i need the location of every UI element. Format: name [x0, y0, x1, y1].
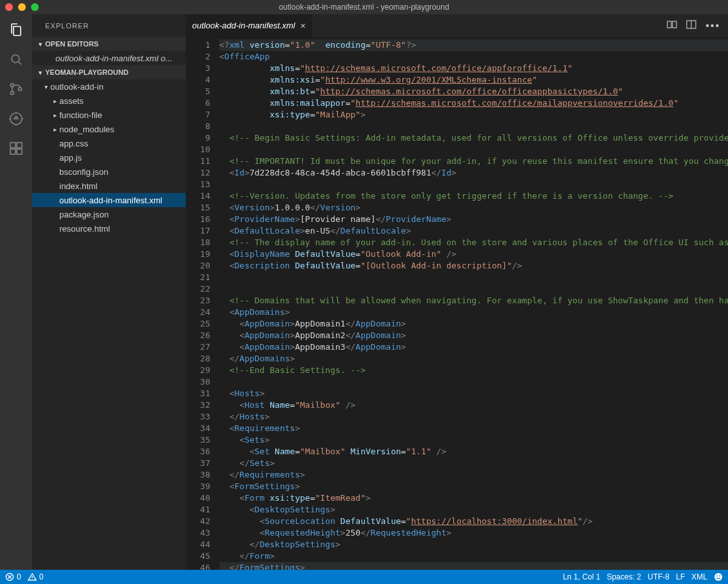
chevron-down-icon: ▾	[35, 41, 45, 48]
file-tree-item[interactable]: package.json	[32, 207, 186, 221]
close-icon[interactable]: ×	[300, 21, 306, 31]
file-tree-label: assets	[59, 96, 84, 106]
file-tree-item[interactable]: ▸assets	[32, 94, 186, 108]
code-line[interactable]: </FormSettings>	[219, 562, 728, 570]
open-editors-label: OPEN EDITORS	[45, 40, 99, 48]
sidebar: EXPLORER ▾ OPEN EDITORS outlook-add-in-m…	[32, 14, 186, 570]
feedback-icon[interactable]	[714, 572, 723, 581]
status-language[interactable]: XML	[691, 572, 707, 581]
code-line[interactable]	[219, 272, 728, 283]
file-tree-item[interactable]: ▸function-file	[32, 108, 186, 122]
line-number-gutter: 1234567891011121314151617181920212223242…	[186, 37, 219, 570]
code-line[interactable]: <Host Name="Mailbox" />	[219, 399, 728, 411]
code-line[interactable]: <Set Name="Mailbox" MinVersion="1.1" />	[219, 446, 728, 458]
code-line[interactable]: </Sets>	[219, 458, 728, 469]
code-line[interactable]: xmlns:xsi="http://www.w3.org/2001/XMLSch…	[219, 74, 728, 86]
code-line[interactable]	[219, 144, 728, 156]
code-line[interactable]: xsi:type="MailApp">	[219, 109, 728, 121]
code-line[interactable]: <!--End Basic Settings. -->	[219, 365, 728, 376]
code-line[interactable]: <!--Version. Updates from the store only…	[219, 190, 728, 202]
code-line[interactable]: <DefaultLocale>en-US</DefaultLocale>	[219, 225, 728, 237]
window-title: outlook-add-in-manifest.xml - yeoman-pla…	[0, 3, 728, 12]
code-line[interactable]: <Sets>	[219, 434, 728, 446]
status-eol[interactable]: LF	[676, 572, 685, 581]
code-line[interactable]: <AppDomain>AppDomain1</AppDomain>	[219, 318, 728, 330]
file-tree-item[interactable]: ▾outlook-add-in	[32, 79, 186, 94]
chevron-right-icon: ▸	[50, 97, 59, 105]
file-tree-item[interactable]: app.js	[32, 150, 186, 165]
code-line[interactable]: </AppDomains>	[219, 353, 728, 365]
svg-rect-11	[10, 149, 15, 154]
status-warnings[interactable]: 0	[28, 572, 44, 581]
code-line[interactable]: </Hosts>	[219, 411, 728, 423]
source-control-icon[interactable]	[7, 80, 25, 98]
code-line[interactable]: <Hosts>	[219, 388, 728, 399]
status-indent[interactable]: Spaces: 2	[607, 572, 641, 581]
code-line[interactable]: <AppDomains>	[219, 307, 728, 318]
code-line[interactable]: <DisplayName DefaultValue="Outlook Add-i…	[219, 248, 728, 260]
code-line[interactable]: <!-- Begin Basic Settings: Add-in metada…	[219, 132, 728, 144]
code-line[interactable]: <Version>1.0.0.0</Version>	[219, 202, 728, 214]
workspace-header[interactable]: ▾ YEOMAN-PLAYGROUND	[32, 65, 186, 79]
code-line[interactable]: <OfficeApp	[219, 51, 728, 63]
file-tree-item[interactable]: bsconfig.json	[32, 165, 186, 179]
code-line[interactable]: <RequestedHeight>250</RequestedHeight>	[219, 527, 728, 539]
status-encoding[interactable]: UTF-8	[647, 572, 669, 581]
code-line[interactable]: </Form>	[219, 550, 728, 562]
code-line[interactable]: <!-- Domains that will be allowed when n…	[219, 295, 728, 307]
code-line[interactable]: <Form xsi:type="ItemRead">	[219, 492, 728, 504]
code-line[interactable]: <ProviderName>[Provider name]</ProviderN…	[219, 214, 728, 225]
file-tree-item[interactable]: ▸node_modules	[32, 122, 186, 136]
file-tree-item[interactable]: outlook-add-in-manifest.xml	[32, 193, 186, 207]
file-tree-label: bsconfig.json	[59, 167, 108, 177]
minimize-window-button[interactable]	[18, 3, 26, 11]
search-icon[interactable]	[7, 50, 25, 68]
code-line[interactable]: <FormSettings>	[219, 481, 728, 492]
svg-rect-12	[17, 149, 22, 154]
svg-point-24	[719, 576, 720, 577]
close-window-button[interactable]	[5, 3, 13, 11]
extensions-icon[interactable]	[7, 139, 25, 157]
code-line[interactable]: xmlns:bt="http://schemas.microsoft.com/o…	[219, 86, 728, 97]
svg-rect-13	[17, 143, 22, 148]
svg-rect-14	[667, 21, 671, 28]
code-line[interactable]: <Id>7d228dc8-48ca-454d-abca-6601bcbff981…	[219, 167, 728, 179]
code-line[interactable]: </DesktopSettings>	[219, 539, 728, 550]
code-line[interactable]	[219, 121, 728, 132]
code-line[interactable]: xmlns="http://schemas.microsoft.com/offi…	[219, 63, 728, 74]
code-line[interactable]: xmlns:mailappor="http://schemas.microsof…	[219, 97, 728, 109]
file-tree-item[interactable]: app.css	[32, 136, 186, 150]
maximize-window-button[interactable]	[31, 3, 39, 11]
code-line[interactable]: <Description DefaultValue="[Outlook Add-…	[219, 260, 728, 272]
code-line[interactable]: <Requirements>	[219, 423, 728, 434]
tab-active[interactable]: outlook-add-in-manifest.xml ×	[186, 14, 313, 37]
code-line[interactable]: <!-- IMPORTANT! Id must be unique for yo…	[219, 156, 728, 167]
code-line[interactable]	[219, 283, 728, 295]
code-content[interactable]: <?xml version="1.0" encoding="UTF-8"?><O…	[219, 37, 728, 570]
file-tree-label: package.json	[59, 210, 109, 219]
code-line[interactable]: <SourceLocation DefaultValue="https://lo…	[219, 516, 728, 527]
open-editor-item[interactable]: outlook-add-in-manifest.xml o...	[32, 51, 186, 65]
editor-area: outlook-add-in-manifest.xml × ••• 123456…	[186, 14, 728, 570]
status-errors[interactable]: 0	[5, 572, 21, 581]
window-controls	[5, 3, 39, 11]
code-line[interactable]: </Requirements>	[219, 469, 728, 481]
code-line[interactable]: <?xml version="1.0" encoding="UTF-8"?>	[219, 39, 728, 51]
file-tree-item[interactable]: resource.html	[32, 221, 186, 236]
more-actions-icon[interactable]: •••	[705, 20, 720, 32]
code-line[interactable]: <!-- The display name of your add-in. Us…	[219, 237, 728, 248]
open-editors-header[interactable]: ▾ OPEN EDITORS	[32, 37, 186, 51]
debug-icon[interactable]	[7, 110, 25, 128]
split-editor-icon[interactable]	[686, 19, 696, 32]
code-line[interactable]: <AppDomain>AppDomain3</AppDomain>	[219, 341, 728, 353]
code-line[interactable]: <AppDomain>AppDomain2</AppDomain>	[219, 330, 728, 341]
file-tree-item[interactable]: index.html	[32, 179, 186, 193]
code-line[interactable]: <DesktopSettings>	[219, 504, 728, 516]
svg-point-23	[716, 576, 718, 577]
compare-changes-icon[interactable]	[667, 19, 677, 32]
code-line[interactable]	[219, 179, 728, 190]
explorer-icon[interactable]	[7, 21, 25, 39]
code-editor[interactable]: 1234567891011121314151617181920212223242…	[186, 37, 728, 570]
status-cursor[interactable]: Ln 1, Col 1	[563, 572, 600, 581]
code-line[interactable]	[219, 376, 728, 388]
